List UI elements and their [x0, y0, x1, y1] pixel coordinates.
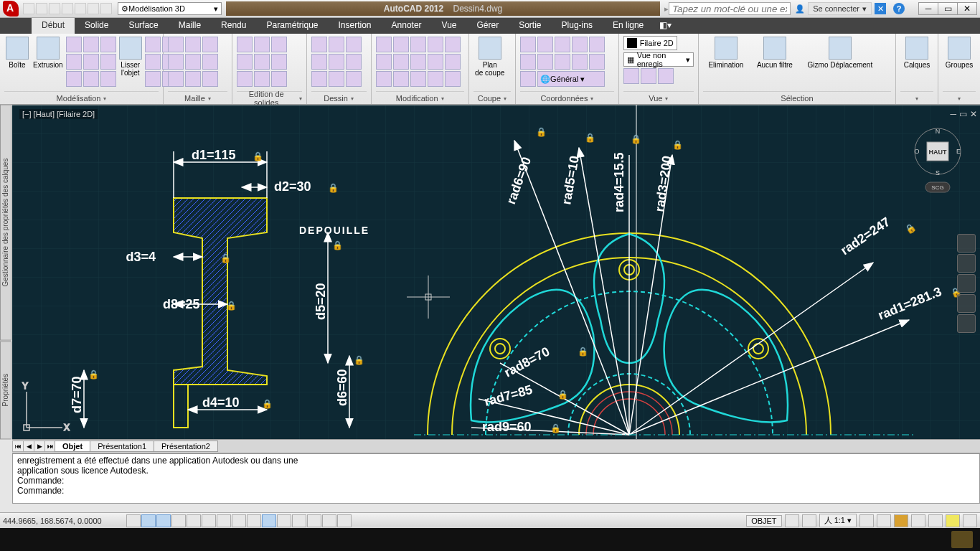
tool-icon[interactable]	[641, 68, 656, 84]
tool-icon[interactable]	[202, 37, 218, 52]
sheet-first-icon[interactable]: ⏮	[12, 441, 24, 452]
tool-icon[interactable]	[237, 71, 253, 87]
lwt-toggle[interactable]	[277, 514, 291, 527]
tab-insertion[interactable]: Insertion	[329, 18, 382, 34]
tool-icon[interactable]	[658, 68, 674, 84]
pan-icon[interactable]	[957, 254, 976, 273]
tpy-toggle[interactable]	[292, 514, 306, 527]
sc-toggle[interactable]	[322, 514, 336, 527]
tool-icon[interactable]	[100, 37, 116, 52]
tool-icon[interactable]	[589, 37, 605, 52]
tool-icon[interactable]	[445, 54, 461, 70]
tool-icon[interactable]	[311, 54, 327, 70]
tool-icon[interactable]	[428, 54, 443, 70]
tab-plugins[interactable]: Plug-ins	[552, 18, 603, 34]
tool-icon[interactable]	[520, 71, 536, 87]
tool-icon[interactable]	[376, 71, 392, 87]
tool-icon[interactable]	[445, 71, 461, 87]
3dosnap-toggle[interactable]	[217, 514, 231, 527]
tool-icon[interactable]	[185, 54, 201, 70]
extrusion-button[interactable]: Extrusion	[32, 35, 65, 70]
exchange-icon[interactable]: ✕	[875, 3, 886, 14]
tool-icon[interactable]	[271, 71, 287, 87]
tool-icon[interactable]	[520, 54, 536, 70]
annotation-scale[interactable]: 人 1:1 ▾	[819, 514, 857, 527]
tool-icon[interactable]	[393, 37, 409, 52]
tool-icon[interactable]	[100, 71, 116, 87]
sheet-tab-layout2[interactable]: Présentation2	[154, 441, 218, 452]
tool-icon[interactable]	[66, 71, 82, 87]
tool-icon[interactable]	[83, 54, 99, 70]
infer-toggle[interactable]	[126, 514, 141, 527]
tool-icon[interactable]	[329, 37, 344, 52]
tool-icon[interactable]	[145, 54, 161, 70]
qat-save-icon[interactable]	[49, 3, 60, 14]
otrack-toggle[interactable]	[232, 514, 246, 527]
qp-toggle[interactable]	[307, 514, 321, 527]
help-icon[interactable]: ?	[893, 3, 905, 14]
isolate-icon[interactable]	[946, 514, 960, 527]
tool-icon[interactable]	[311, 37, 327, 52]
chevron-down-icon[interactable]: ▾	[299, 95, 302, 102]
tab-surface[interactable]: Surface	[118, 18, 168, 34]
tool-icon[interactable]	[346, 54, 362, 70]
tab-enligne[interactable]: En ligne	[603, 18, 654, 34]
view-combo[interactable]: ▦Vue non enregis▾	[623, 52, 694, 67]
tool-icon[interactable]	[393, 54, 409, 70]
close-button[interactable]: ✕	[957, 2, 977, 15]
chevron-down-icon[interactable]: ▾	[441, 95, 444, 102]
status-icon[interactable]	[859, 514, 874, 527]
properties-panel-tab[interactable]: Propriétés	[0, 341, 11, 439]
tool-icon[interactable]	[428, 71, 443, 87]
chevron-down-icon[interactable]: ▾	[351, 95, 354, 102]
tool-icon[interactable]	[168, 37, 184, 52]
clean-screen-icon[interactable]	[963, 514, 977, 527]
tab-gerer[interactable]: Gérer	[466, 18, 509, 34]
nofilter-button[interactable]: Aucun filtre	[750, 35, 799, 70]
tool-icon[interactable]	[83, 71, 99, 87]
qat-redo-icon[interactable]	[100, 3, 112, 14]
tool-icon[interactable]	[410, 71, 426, 87]
tab-vue[interactable]: Vue	[432, 18, 467, 34]
maximize-button[interactable]: ▭	[938, 2, 958, 15]
tool-icon[interactable]	[145, 71, 161, 87]
zoom-icon[interactable]	[957, 274, 976, 293]
tool-icon[interactable]	[393, 71, 409, 87]
sheet-tab-model[interactable]: Objet	[55, 441, 90, 452]
qat-undo-icon[interactable]	[88, 3, 99, 14]
chevron-down-icon[interactable]: ▾	[103, 95, 106, 102]
tool-icon[interactable]	[254, 37, 270, 52]
tool-icon[interactable]	[271, 37, 287, 52]
tab-solide[interactable]: Solide	[75, 18, 118, 34]
tool-icon[interactable]	[376, 37, 392, 52]
drawing-viewport[interactable]: [−] [Haut] [Filaire 2D] ─ ▭ ✕	[12, 105, 980, 439]
tool-icon[interactable]	[237, 37, 253, 52]
tab-parametrique[interactable]: Paramétrique	[256, 18, 328, 34]
chevron-down-icon[interactable]: ▾	[665, 95, 668, 102]
grid-toggle[interactable]	[156, 514, 171, 527]
tab-debut[interactable]: Début	[32, 18, 75, 34]
tool-icon[interactable]	[329, 71, 344, 87]
tool-icon[interactable]	[376, 54, 392, 70]
sheet-next-icon[interactable]: ▶	[34, 441, 45, 452]
tool-icon[interactable]	[346, 37, 362, 52]
tool-icon[interactable]	[202, 54, 218, 70]
box-button[interactable]: Boîte	[4, 35, 30, 70]
workspace-selector[interactable]: ⚙ Modélisation 3D ▾	[118, 2, 222, 15]
tool-icon[interactable]	[555, 37, 570, 52]
tool-icon[interactable]	[329, 54, 344, 70]
polar-toggle[interactable]	[187, 514, 201, 527]
viewcube[interactable]: N S E O HAUT SCG	[913, 126, 963, 176]
taskbar-app-icon[interactable]	[951, 531, 973, 548]
tab-maille[interactable]: Maille	[169, 18, 211, 34]
am-toggle[interactable]	[337, 514, 352, 527]
tool-icon[interactable]	[572, 54, 588, 70]
ducs-toggle[interactable]	[247, 514, 261, 527]
layers-button[interactable]: Calques	[900, 35, 933, 70]
lock-ui-icon[interactable]	[911, 514, 925, 527]
tool-icon[interactable]	[555, 54, 570, 70]
tool-icon[interactable]	[168, 71, 184, 87]
app-logo[interactable]	[3, 1, 19, 17]
tool-icon[interactable]	[185, 37, 201, 52]
qat-saveas-icon[interactable]	[62, 3, 73, 14]
